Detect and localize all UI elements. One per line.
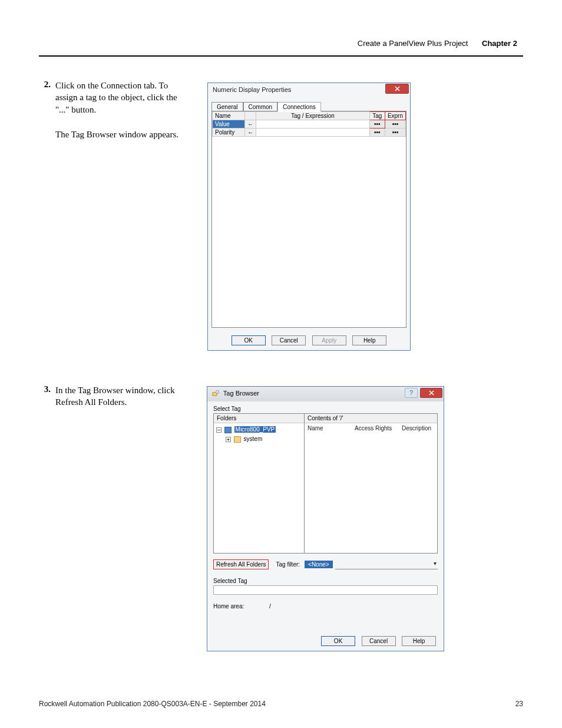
- expand-icon[interactable]: +: [226, 437, 231, 442]
- cell-value-name[interactable]: Value: [213, 120, 245, 129]
- select-tag-label: Select Tag: [213, 406, 438, 412]
- numeric-display-properties-dialog: Numeric Display Properties GeneralCommon…: [207, 83, 411, 351]
- tree-child-label: system: [244, 436, 263, 442]
- collapse-icon[interactable]: −: [216, 427, 222, 433]
- help-button[interactable]: Help: [352, 335, 386, 345]
- tab-connections[interactable]: Connections: [277, 102, 321, 112]
- project-icon: [224, 427, 232, 433]
- cell-value-arrow: ←: [245, 120, 256, 129]
- tab-common[interactable]: Common: [243, 102, 278, 111]
- help-button[interactable]: Help: [402, 636, 436, 646]
- tree-root-row[interactable]: − Micro800_PVP: [216, 425, 302, 434]
- cancel-button[interactable]: Cancel: [362, 636, 396, 646]
- col-arrow: [245, 112, 256, 120]
- dialog1-titlebar: Numeric Display Properties: [208, 83, 410, 98]
- dialog2-title-text: Tag Browser: [223, 390, 259, 397]
- connections-grid: Name Tag / Expression Tag Exprn Value ← …: [211, 111, 406, 328]
- ok-button[interactable]: OK: [321, 636, 355, 646]
- dialog1-title-text: Numeric Display Properties: [213, 86, 291, 93]
- dialog2-buttons: OK Cancel Help: [319, 635, 438, 646]
- dialog2-titlebar: Tag Browser ?: [207, 387, 444, 401]
- step-2-number: 2.: [39, 80, 55, 140]
- help-icon-button[interactable]: ?: [405, 388, 418, 398]
- cell-polarity-tag-button[interactable]: •••: [369, 129, 385, 137]
- step-2-text: Click on the Connection tab. To assign a…: [55, 80, 179, 140]
- selected-tag-field[interactable]: [213, 585, 438, 595]
- col-tag-expression: Tag / Expression: [256, 112, 370, 120]
- home-area-row: Home area: /: [213, 603, 438, 610]
- page-number: 23: [515, 700, 523, 708]
- chapter-number: Chapter 2: [482, 39, 517, 48]
- dialog1-tabs: GeneralCommonConnections: [211, 100, 406, 112]
- cell-value-tag-button[interactable]: •••: [369, 120, 385, 129]
- page-header: Create a PanelView Plus Project Chapter …: [358, 39, 517, 48]
- cell-polarity-name[interactable]: Polarity: [213, 129, 245, 137]
- tag-filter-label: Tag filter:: [276, 561, 300, 568]
- home-area-label: Home area:: [213, 603, 244, 610]
- folders-header: Folders: [214, 414, 304, 423]
- tag-browser-dialog: Tag Browser ? Select Tag Folders − Micro…: [207, 386, 444, 651]
- cell-polarity-expr-button[interactable]: •••: [385, 129, 405, 137]
- close-icon: [429, 390, 434, 396]
- close-icon: [395, 86, 400, 91]
- folders-panel: Folders − Micro800_PVP + system: [213, 413, 305, 554]
- col-access-rights[interactable]: Access Rights: [355, 425, 402, 431]
- contents-header: Contents of '/': [305, 414, 437, 423]
- dialog1-buttons: OK Cancel Apply Help: [208, 334, 410, 345]
- tag-browser-icon: [212, 390, 219, 397]
- tree-child-row[interactable]: + system: [216, 434, 302, 444]
- step-2-subtext: The Tag Browser window appears.: [55, 129, 179, 140]
- ok-button[interactable]: OK: [232, 335, 266, 345]
- cell-value-expr[interactable]: [256, 120, 370, 129]
- filter-row: Refresh All Folders Tag filter: <None>: [213, 559, 438, 569]
- header-rule: [39, 55, 523, 57]
- contents-panel: Contents of '/' Name Access Rights Descr…: [305, 413, 438, 554]
- tab-general[interactable]: General: [211, 102, 243, 111]
- tag-filter-dropdown[interactable]: [335, 560, 438, 569]
- col-name: Name: [213, 112, 245, 120]
- selected-tag-label: Selected Tag: [213, 578, 438, 584]
- col-tag: Tag: [369, 112, 385, 120]
- cell-polarity-expr[interactable]: [256, 129, 370, 137]
- contents-columns: Name Access Rights Description: [305, 423, 437, 433]
- close-button[interactable]: [420, 388, 442, 398]
- home-area-value: /: [269, 603, 271, 610]
- step-2-instruction: Click on the Connection tab. To assign a…: [55, 81, 177, 114]
- folder-tree: − Micro800_PVP + system: [214, 423, 304, 446]
- col-description[interactable]: Description: [402, 425, 431, 431]
- col-exprn: Exprn: [385, 112, 405, 120]
- tree-root-label: Micro800_PVP: [234, 426, 276, 433]
- col-name[interactable]: Name: [308, 425, 355, 431]
- row-value: Value ← ••• •••: [213, 120, 406, 129]
- tag-filter-value[interactable]: <None>: [305, 561, 333, 568]
- chapter-title: Create a PanelView Plus Project: [358, 39, 468, 48]
- row-polarity: Polarity ← ••• •••: [213, 129, 406, 137]
- cell-polarity-arrow: ←: [245, 129, 256, 137]
- step-3-number: 3.: [39, 384, 55, 409]
- page-footer: Rockwell Automation Publication 2080-QS0…: [39, 700, 523, 708]
- cell-value-expr-button[interactable]: •••: [385, 120, 405, 129]
- step-3-text: In the Tag Browser window, click Refresh…: [55, 384, 179, 409]
- folder-icon: [234, 436, 241, 443]
- apply-button[interactable]: Apply: [312, 335, 346, 345]
- cancel-button[interactable]: Cancel: [272, 335, 306, 345]
- publication-info: Rockwell Automation Publication 2080-QS0…: [39, 700, 266, 708]
- svg-point-1: [216, 391, 219, 394]
- refresh-all-folders-button[interactable]: Refresh All Folders: [213, 559, 269, 569]
- close-button[interactable]: [385, 84, 409, 94]
